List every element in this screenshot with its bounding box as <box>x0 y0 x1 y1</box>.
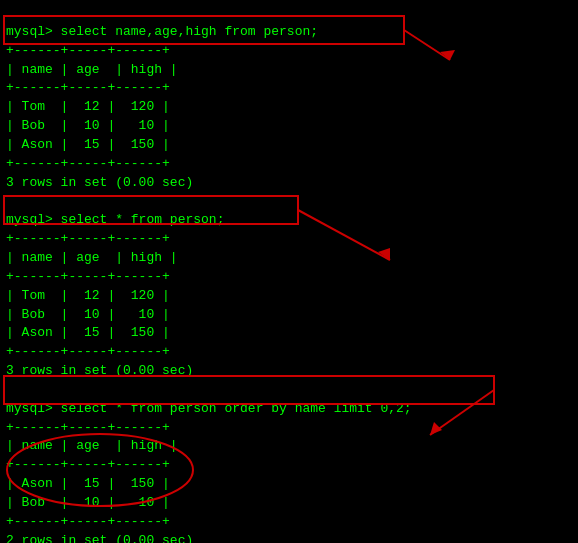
terminal-line: +------+-----+------+ <box>6 42 572 61</box>
terminal-line: 2 rows in set (0.00 sec) <box>6 532 572 543</box>
terminal-line <box>6 381 572 400</box>
terminal-line: +------+-----+------+ <box>6 268 572 287</box>
terminal-line: | Bob | 10 | 10 | <box>6 306 572 325</box>
terminal-line: mysql> select * from person order by nam… <box>6 400 572 419</box>
terminal-output: mysql> select name,age,high from person;… <box>6 4 572 543</box>
terminal-line: mysql> select name,age,high from person; <box>6 23 572 42</box>
terminal-line: | Ason | 15 | 150 | <box>6 324 572 343</box>
terminal-line: | name | age | high | <box>6 249 572 268</box>
terminal-line: 3 rows in set (0.00 sec) <box>6 362 572 381</box>
terminal-line: | Bob | 10 | 10 | <box>6 494 572 513</box>
terminal-line: +------+-----+------+ <box>6 419 572 438</box>
terminal-line: 3 rows in set (0.00 sec) <box>6 174 572 193</box>
terminal-line: +------+-----+------+ <box>6 79 572 98</box>
terminal-line <box>6 192 572 211</box>
terminal-line: | Tom | 12 | 120 | <box>6 98 572 117</box>
terminal-line: +------+-----+------+ <box>6 230 572 249</box>
terminal-line: | Bob | 10 | 10 | <box>6 117 572 136</box>
terminal-line: | name | age | high | <box>6 437 572 456</box>
terminal-line: +------+-----+------+ <box>6 343 572 362</box>
terminal-line: +------+-----+------+ <box>6 513 572 532</box>
terminal-line: | Tom | 12 | 120 | <box>6 287 572 306</box>
terminal-line: +------+-----+------+ <box>6 155 572 174</box>
terminal-line: mysql> select * from person; <box>6 211 572 230</box>
terminal-line: | name | age | high | <box>6 61 572 80</box>
terminal-line: | Ason | 15 | 150 | <box>6 136 572 155</box>
terminal-line: +------+-----+------+ <box>6 456 572 475</box>
terminal-line: | Ason | 15 | 150 | <box>6 475 572 494</box>
